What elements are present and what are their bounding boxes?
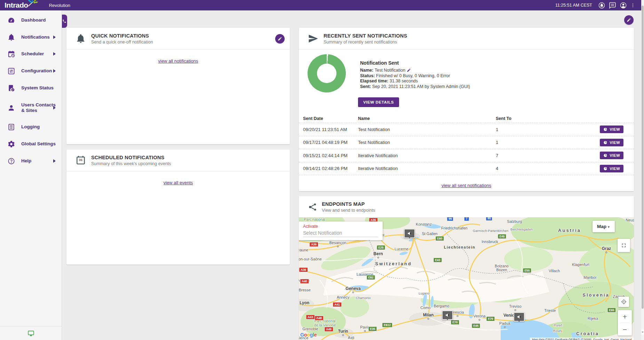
sidebar-item-label: Users Contacts & Sites [21,102,57,113]
sidebar-item-logging[interactable]: Logging [0,119,62,135]
map-label: Chamonix [356,296,371,300]
map-canvas[interactable]: Parc nationalKonstanzFriedrichshafenSt G… [299,217,634,340]
route-badge: E45 [498,234,506,239]
more-menu-icon[interactable] [630,2,635,9]
sidebar-item-configuration[interactable]: Configuration [0,63,62,79]
sidebar: DashboardNotificationsSchedulerConfigura… [0,10,62,340]
sidebar-item-system-status[interactable]: System Status [0,80,62,96]
endpoint-marker-venice[interactable] [514,312,525,322]
zoom-out-button[interactable]: − [618,323,632,335]
gauge-icon [7,16,15,24]
summary-field: Status: Finished w/ 0 Busy, 0 Warning, 0… [360,73,470,79]
table-row: 09/15/21 02:44:14 PMIterative Notificati… [299,149,634,162]
panel-subtitle: View and send to endpoints [322,208,375,213]
map-label: Friedrichshafen [441,226,468,230]
route-badge: E65 [607,308,616,313]
page-scrollbar[interactable] [641,0,644,340]
map-label: Switzerland [375,261,412,266]
activate-label: Activate [303,224,378,229]
view-notification-button[interactable]: VIEW [600,152,623,159]
scrollbar-down-arrow[interactable] [641,330,644,334]
map-label: Brescia [451,310,464,314]
city-dot [428,318,429,320]
table-row: 09/20/21 11:23:51 AMTest Notification1VI… [299,123,634,136]
map-label: Slovenia [582,292,609,298]
map-label: Klagenfurt [572,262,589,267]
view-all-events-link[interactable]: view all events [66,180,290,185]
cell-sent-date: 09/20/21 11:23:51 AM [303,127,358,132]
submenu-arrow-icon [53,52,57,56]
sidebar-item-label: System Status [21,85,57,91]
my-location-button[interactable] [618,297,629,307]
edit-dashboard-button[interactable] [624,15,634,25]
phone-panel-tab[interactable] [62,15,67,28]
edit-quick-notifications-button[interactable] [275,34,285,43]
alarm-status-icon[interactable] [598,2,605,9]
product-title: Revolution [49,3,70,8]
quick-notifications-panel: QUICK NOTIFICATIONS Send a quick one-off… [66,28,290,144]
sidebar-item-help[interactable]: Help [0,153,62,169]
clock: 11:25:51 AM CEST [555,3,592,8]
cell-sent-to: 1 [496,127,578,132]
map-type-button[interactable]: Map▼ [593,221,615,232]
summary-field: Name: Test Notification [360,68,470,73]
table-header-row: Sent Date Name Sent To [299,114,634,123]
view-notification-button[interactable]: VIEW [600,165,623,172]
cell-sent-to: 4 [496,166,578,171]
sidebar-item-label: Configuration [21,68,57,74]
view-notification-button[interactable]: VIEW [600,126,623,133]
sidebar-item-dashboard[interactable]: Dashboard [0,12,62,29]
endpoint-marker-z-rich[interactable] [404,229,415,238]
main-content: QUICK NOTIFICATIONS Send a quick one-off… [62,10,641,340]
route-badge: E55 [523,268,531,273]
doc-lines-icon [7,123,15,131]
sidebar-item-users-contacts-sites[interactable]: Users Contacts & Sites [0,99,62,116]
sidebar-item-notifications[interactable]: Notifications [0,29,62,46]
map-label: Trieste [544,308,556,313]
desktop-client-icon[interactable] [27,330,35,337]
map-label: Graz [602,246,611,251]
route-badge: E70 [451,320,459,325]
map-label: Innsbruck [482,240,498,244]
endpoints-icon [308,202,317,212]
city-dot [337,246,339,248]
route-badge: E612 [382,323,392,327]
view-all-sent-link[interactable]: view all sent notifications [299,183,634,188]
fullscreen-button[interactable] [618,239,630,252]
panel-title: QUICK NOTIFICATIONS [91,33,153,39]
route-badge: 7 [464,217,469,221]
calendar-icon: 31 [75,155,86,165]
map-zoom-control: + − [618,310,632,335]
map-label: Croatia [576,331,599,336]
map-label: Bozen [496,268,507,272]
summary-heading: Notification Sent [360,60,470,66]
view-notification-button[interactable]: VIEW [600,139,623,146]
map-activate-overlay: Activate Select Notification [299,221,383,240]
cell-sent-date: 09/17/21 04:48:19 PM [303,140,358,145]
chevron-down-icon: ▼ [607,225,610,229]
map-label: Rijeka [588,316,598,321]
city-dot [479,319,480,321]
help-icon [7,157,15,165]
edit-name-icon[interactable] [407,68,411,72]
view-all-notifications-link[interactable]: view all notifications [66,58,290,64]
sidebar-item-scheduler[interactable]: Scheduler [0,46,62,62]
view-details-button[interactable]: VIEW DETAILS [358,97,399,107]
select-notification-dropdown[interactable]: Select Notification [303,230,378,237]
sidebar-item-global-settings[interactable]: Global Settings [0,136,62,152]
endpoints-map-panel: ENDPOINTS MAP View and send to endpoints [299,196,634,340]
zoom-in-button[interactable]: + [618,310,632,323]
sent-notifications-table: Sent Date Name Sent To 09/20/21 11:23:51… [299,114,634,175]
calendar-icon-number: 31 [75,158,86,162]
endpoint-marker-brescia[interactable] [442,310,453,320]
scrollbar-thumb[interactable] [642,6,644,309]
messages-icon[interactable] [609,2,616,9]
account-icon[interactable] [620,2,627,9]
google-logo[interactable]: Google [300,332,317,338]
map-label: Treviso [509,304,522,308]
submenu-arrow-icon [53,69,57,73]
intrado-logo[interactable]: Intrado [5,1,39,10]
route-badge: 95 [486,217,492,221]
map-label: Lucerne [395,247,408,251]
map-label: Lugano [419,291,430,295]
